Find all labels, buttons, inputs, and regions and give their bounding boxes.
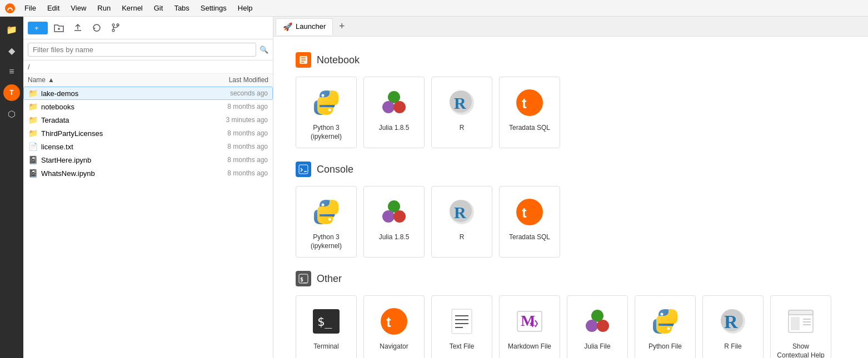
svg-text:t: t [522, 204, 527, 221]
new-tab-button[interactable]: + [334, 19, 350, 34]
python-file-card[interactable]: Python File [635, 295, 696, 358]
python-file-label: Python File [648, 342, 682, 351]
svg-text:R: R [724, 311, 738, 332]
console-grid: Python 3(ipykernel) Julia [296, 186, 846, 258]
new-folder-icon [54, 23, 64, 33]
sidebar-git-btn[interactable]: ◆ [3, 42, 20, 59]
upload-icon [73, 23, 83, 33]
notebook-grid: Python 3(ipykernel) Julia [296, 77, 846, 148]
svg-point-16 [516, 89, 543, 116]
julia-console-card[interactable]: Julia 1.8.5 [363, 186, 425, 258]
svg-point-6 [328, 109, 331, 112]
svg-point-5 [322, 94, 325, 97]
sidebar-teradata-btn[interactable]: T [3, 84, 20, 101]
python3-console-card[interactable]: Python 3(ipykernel) [296, 186, 357, 258]
python-console-icon [310, 195, 343, 229]
menu-help[interactable]: Help [233, 3, 257, 13]
julia-notebook-card[interactable]: Julia 1.8.5 [363, 77, 425, 148]
file-item-starthere[interactable]: 📓 StartHere.ipynb 8 months ago [23, 153, 273, 167]
r-file-label: R File [724, 342, 741, 351]
menu-view[interactable]: View [66, 3, 91, 13]
svg-text:t: t [386, 314, 391, 330]
svg-point-1 [112, 24, 114, 26]
upload-button[interactable] [70, 20, 86, 36]
plus-icon: + [34, 24, 39, 32]
python3-console-label: Python 3(ipykernel) [311, 233, 342, 250]
col-name-header[interactable]: Name ▲ [28, 76, 196, 84]
sidebar-files-btn[interactable]: 📁 [3, 21, 20, 38]
r-console-card[interactable]: R R [431, 186, 492, 258]
notebook-section-icon [296, 52, 311, 68]
file-item-teradata[interactable]: 📁 Teradata 3 minutes ago [23, 113, 273, 127]
navigator-card-icon: t [377, 305, 411, 338]
file-modified: 3 minutes ago [196, 116, 268, 124]
refresh-button[interactable] [89, 20, 104, 36]
notebook-section-title: Notebook [317, 54, 360, 66]
r-file-card[interactable]: R R File [702, 295, 764, 358]
teradata-icon: t [513, 86, 546, 119]
r-icon: R [445, 86, 478, 119]
file-item-lake-demos[interactable]: 📁 lake-demos seconds ago [23, 87, 273, 100]
menu-kernel[interactable]: Kernel [117, 3, 147, 13]
new-folder-button[interactable] [51, 20, 67, 36]
sort-icon: ▲ [48, 76, 54, 84]
markdown-card[interactable]: M Markdown File [499, 295, 560, 358]
python3-notebook-label: Python 3(ipykernel) [311, 124, 342, 141]
sidebar-list-btn[interactable]: ≡ [3, 63, 20, 80]
file-panel: + 🔍 / Nam [23, 17, 273, 358]
new-button[interactable]: + [28, 22, 48, 34]
menu-run[interactable]: Run [93, 3, 115, 13]
file-list: 📁 lake-demos seconds ago 📁 notebooks 8 m… [23, 87, 273, 358]
terminal-card-icon: $_ [310, 305, 343, 338]
file-item-whatsnew[interactable]: 📓 WhatsNew.ipynb 8 months ago [23, 167, 273, 180]
textfile-label: Text File [450, 342, 475, 351]
search-input[interactable] [28, 43, 256, 57]
file-modified: 8 months ago [196, 143, 268, 150]
navigator-label: Navigator [380, 342, 408, 351]
launcher-tab[interactable]: 🚀 Launcher [276, 18, 333, 35]
notebook-icon: 📓 [28, 155, 38, 164]
menu-git[interactable]: Git [149, 3, 168, 13]
menu-tabs[interactable]: Tabs [169, 3, 193, 13]
file-doc-icon: 📄 [28, 142, 38, 151]
navigator-card[interactable]: t Navigator [363, 295, 425, 358]
file-item-thirdparty[interactable]: 📁 ThirdPartyLicenses 8 months ago [23, 127, 273, 140]
teradata-console-card[interactable]: t Teradata SQL [499, 186, 560, 258]
teradata-notebook-card[interactable]: t Teradata SQL [499, 77, 560, 148]
svg-point-48 [594, 312, 601, 319]
svg-rect-57 [789, 310, 813, 315]
menu-file[interactable]: File [20, 3, 41, 13]
svg-point-19 [322, 204, 325, 206]
r-notebook-card[interactable]: R R [431, 77, 492, 148]
menu-edit[interactable]: Edit [43, 3, 64, 13]
contextual-help-card[interactable]: ShowContextual Help [770, 295, 831, 358]
file-item-notebooks[interactable]: 📁 notebooks 8 months ago [23, 100, 273, 113]
markdown-label: Markdown File [508, 342, 551, 351]
python3-notebook-card[interactable]: Python 3(ipykernel) [296, 77, 357, 148]
file-name: lake-demos [41, 89, 196, 98]
contextual-help-icon [784, 305, 817, 338]
git-button[interactable] [108, 20, 123, 36]
breadcrumb-path[interactable]: / [28, 63, 30, 71]
julia-file-card[interactable]: Julia File [567, 295, 628, 358]
svg-rect-59 [791, 317, 800, 330]
textfile-card[interactable]: Text File [431, 295, 492, 358]
svg-rect-18 [299, 165, 308, 174]
svg-text:R: R [454, 203, 466, 221]
python-file-icon [648, 305, 682, 338]
breadcrumb: / [23, 60, 273, 74]
launcher-tab-label: Launcher [296, 22, 326, 31]
folder-icon: 📁 [28, 102, 38, 111]
terminal-card[interactable]: $_ Terminal [296, 295, 357, 358]
other-section-header: $_ Other [296, 271, 846, 286]
col-modified-header[interactable]: Last Modified [196, 76, 268, 84]
file-name: WhatsNew.ipynb [41, 169, 196, 178]
file-item-license[interactable]: 📄 license.txt 8 months ago [23, 140, 273, 153]
menu-settings[interactable]: Settings [196, 3, 231, 13]
folder-icon: 📁 [28, 129, 38, 138]
sidebar-extensions-btn[interactable]: ⬡ [3, 105, 20, 122]
svg-point-12 [396, 104, 403, 110]
svg-point-36 [381, 308, 407, 335]
file-modified: 8 months ago [196, 156, 268, 164]
console-section-icon [296, 162, 311, 177]
